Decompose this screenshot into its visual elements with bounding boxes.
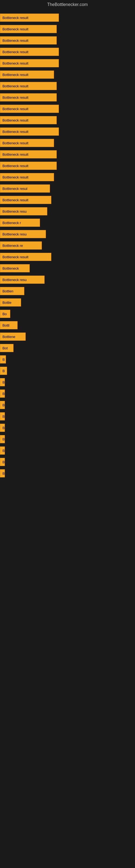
bottleneck-bar[interactable]: B [0, 355, 6, 364]
bottleneck-bar[interactable]: Bottleneck result [0, 139, 54, 147]
bottleneck-bar[interactable]: B [0, 378, 5, 386]
bottleneck-bar[interactable]: B [0, 458, 5, 466]
bottleneck-bar[interactable]: Bottleneck result [0, 162, 57, 170]
bar-row: Bottleneck result [0, 194, 135, 206]
bottleneck-bar[interactable]: Bottleneck result [0, 150, 57, 158]
bar-row: Bottleneck result [0, 103, 135, 115]
bottleneck-bar[interactable]: Bottleneck resu [0, 276, 45, 284]
bottleneck-bar[interactable]: Bottleneck result [0, 253, 51, 261]
bar-row: Bottleneck re [0, 240, 135, 251]
bars-container: Bottleneck resultBottleneck resultBottle… [0, 9, 135, 482]
bar-row: Bottleneck result [0, 12, 135, 23]
bar-row: Bottleneck result [0, 149, 135, 160]
bottleneck-bar[interactable]: Bot [0, 344, 13, 352]
bottleneck-bar[interactable]: Bottleneck result [0, 59, 59, 67]
bottleneck-bar[interactable]: Bottleneck re [0, 241, 42, 250]
bar-row: Bottleneck result [0, 92, 135, 103]
bottleneck-bar[interactable]: Bottleneck result [0, 196, 51, 204]
bar-row: B [0, 399, 135, 411]
bottleneck-bar[interactable]: Bo [0, 310, 10, 318]
bar-row: Bottleneck result [0, 80, 135, 92]
bar-row: Bottleneck result [0, 126, 135, 137]
bottleneck-bar[interactable]: Bottleneck result [0, 13, 59, 22]
bottleneck-bar[interactable]: Bottleneck result [0, 48, 59, 56]
bottleneck-bar[interactable]: Bottleneck result [0, 25, 57, 33]
bottleneck-bar[interactable]: Bottlen [0, 287, 24, 295]
bottleneck-bar[interactable]: Bottleneck result [0, 173, 54, 181]
bottleneck-bar[interactable]: Bottleneck result [0, 70, 54, 79]
bottleneck-bar[interactable]: B [0, 367, 7, 375]
site-title: TheBottlenecker.com [0, 0, 135, 9]
bottleneck-bar[interactable]: Bottleneck result [0, 105, 59, 113]
bar-row: Bottleneck r [0, 217, 135, 228]
bar-row: Bottleneck [0, 262, 135, 274]
bottleneck-bar[interactable]: B [0, 424, 5, 432]
bar-row: Bottleneck result [0, 251, 135, 262]
bottleneck-bar[interactable]: B [0, 412, 5, 421]
bottleneck-bar[interactable]: Bottleneck resu [0, 230, 46, 238]
bar-row: B [0, 365, 135, 376]
bar-row: Bottleneck result [0, 58, 135, 69]
bar-row: B [0, 433, 135, 445]
bottleneck-bar[interactable]: Bottleneck result [0, 127, 59, 135]
bottleneck-bar[interactable]: Bottleneck resu [0, 207, 47, 215]
bar-row: Bottleneck result [0, 35, 135, 46]
bottleneck-bar[interactable]: B [0, 390, 5, 398]
bottleneck-bar[interactable]: B [0, 469, 5, 477]
bar-row: Bottleneck result [0, 46, 135, 58]
bottleneck-bar[interactable]: B [0, 401, 5, 409]
bottleneck-bar[interactable]: Bottlene [0, 333, 26, 341]
bar-row: B [0, 456, 135, 468]
bar-row: Bottleneck resu [0, 206, 135, 217]
bar-row: Bottleneck result [0, 160, 135, 172]
bar-row: Bo [0, 308, 135, 319]
bar-row: B [0, 354, 135, 365]
bar-row: Bottleneck resu [0, 228, 135, 240]
bar-row: B [0, 411, 135, 422]
bottleneck-bar[interactable]: B [0, 435, 5, 443]
bar-row: Bottlen [0, 285, 135, 297]
bottleneck-bar[interactable]: Bottleneck [0, 264, 30, 272]
bottleneck-bar[interactable]: Bottleneck r [0, 219, 40, 227]
bar-row: Bottleneck resul [0, 183, 135, 194]
bar-row: Bottl [0, 319, 135, 331]
bar-row: Bottleneck resu [0, 274, 135, 285]
bar-row: B [0, 468, 135, 479]
bar-row: Bottleneck result [0, 69, 135, 80]
bottleneck-bar[interactable]: Bottleneck result [0, 36, 57, 44]
bottleneck-bar[interactable]: B [0, 446, 5, 455]
bottleneck-bar[interactable]: Bottle [0, 299, 21, 307]
bottleneck-bar[interactable]: Bottleneck result [0, 93, 57, 101]
bar-row: B [0, 376, 135, 388]
bar-row: B [0, 388, 135, 399]
bottleneck-bar[interactable]: Bottl [0, 321, 17, 329]
bar-row: Bottlene [0, 331, 135, 342]
bar-row: B [0, 445, 135, 456]
bar-row: Bottleneck result [0, 172, 135, 183]
bottleneck-bar[interactable]: Bottleneck resul [0, 184, 50, 193]
bottleneck-bar[interactable]: Bottleneck result [0, 82, 57, 90]
bar-row: Bot [0, 342, 135, 354]
bar-row: Bottleneck result [0, 137, 135, 149]
bar-row: B [0, 422, 135, 433]
bar-row: Bottleneck result [0, 23, 135, 35]
bar-row: Bottleneck result [0, 115, 135, 126]
bottleneck-bar[interactable]: Bottleneck result [0, 116, 57, 124]
bar-row: Bottle [0, 297, 135, 308]
